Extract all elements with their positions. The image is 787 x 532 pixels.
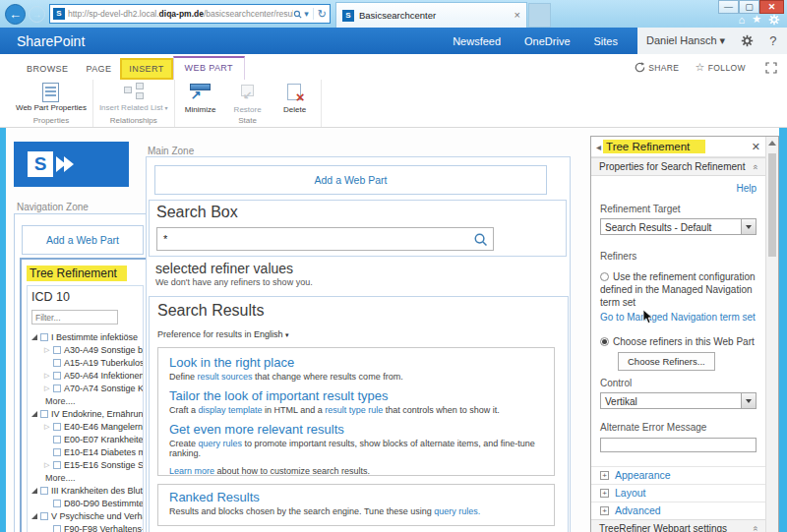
dropdown-arrow-icon[interactable] — [741, 219, 756, 234]
checkbox[interactable] — [53, 448, 61, 456]
window-maximize-button[interactable]: ▢ — [739, 0, 759, 14]
browser-tab[interactable]: S Basicsearchcenter × — [335, 2, 527, 28]
checkbox[interactable] — [40, 410, 48, 418]
section-properties-header[interactable]: Properties for Search Refinement « — [591, 157, 765, 176]
main-add-web-part-button[interactable]: Add a Web Part — [154, 165, 547, 195]
suite-link-sites[interactable]: Sites — [594, 35, 618, 47]
checkbox[interactable] — [53, 359, 61, 367]
tree-item-label[interactable]: E10-E14 Diabetes me — [64, 447, 143, 457]
collapse-icon[interactable] — [31, 411, 37, 417]
expand-plus-icon[interactable]: + — [600, 471, 609, 480]
window-close-button[interactable]: ✕ — [759, 0, 784, 14]
tree-more-link[interactable]: More.... — [31, 471, 143, 484]
display-template-link[interactable]: display template — [199, 405, 263, 415]
collapse-icon[interactable] — [31, 513, 37, 519]
result-type-rule-link[interactable]: result type rule — [325, 405, 383, 415]
checkbox[interactable] — [40, 512, 48, 520]
choose-refiners-button[interactable]: Choose Refiners... — [618, 352, 715, 371]
managed-nav-link[interactable]: Go to Managed Navigation term set — [600, 311, 757, 324]
settings-gear-icon[interactable] — [741, 34, 754, 47]
tree-item-label[interactable]: V Psychische und Verha — [51, 511, 143, 521]
search-dropdown-caret-icon[interactable]: ▾ — [304, 9, 309, 19]
expand-plus-icon[interactable]: + — [600, 506, 609, 515]
tab-web-part[interactable]: WEB PART — [173, 56, 245, 80]
insert-related-list-button[interactable]: Insert Related List ▾ — [99, 81, 168, 113]
tree-item-label[interactable]: A50-A64 Infektionen, — [64, 371, 143, 381]
section-advanced[interactable]: +Advanced — [591, 502, 765, 519]
checkbox[interactable] — [53, 346, 61, 354]
expand-icon[interactable]: ▷ — [44, 458, 52, 471]
tree-item-label[interactable]: A30-A49 Sonstige ba — [64, 345, 143, 355]
restore-webpart-button[interactable]: ↙ Restore — [228, 81, 268, 114]
tree-item-label[interactable]: E15-E16 Sonstige Stö — [64, 460, 143, 470]
checkbox[interactable] — [40, 487, 48, 495]
refresh-icon[interactable]: ↻ — [318, 8, 327, 21]
pane-scrollbar[interactable] — [765, 137, 778, 532]
checkbox[interactable] — [40, 333, 48, 341]
delete-webpart-button[interactable]: × Delete — [275, 81, 315, 114]
search-input[interactable] — [157, 232, 467, 246]
checkbox[interactable] — [53, 372, 61, 380]
tab-close-icon[interactable]: × — [515, 10, 520, 21]
promoted-link[interactable]: Get even more relevant results — [169, 422, 543, 437]
browser-forward-button[interactable]: → — [29, 6, 45, 23]
follow-button[interactable]: ☆ FOLLOW — [695, 61, 746, 74]
share-button[interactable]: SHARE — [635, 62, 679, 73]
tree-item-label[interactable]: III Krankheiten des Blut — [51, 486, 143, 496]
language-selector[interactable]: English ▾ — [254, 329, 289, 339]
scrollbar-thumb[interactable] — [768, 153, 776, 257]
tree-filter-input[interactable] — [31, 310, 118, 325]
section-appearance[interactable]: +Appearance — [591, 466, 765, 484]
help-icon[interactable]: ? — [769, 33, 776, 48]
query-rules-link[interactable]: query rules — [199, 439, 243, 448]
home-icon[interactable]: ⌂ — [738, 14, 745, 26]
checkbox[interactable] — [53, 384, 61, 392]
section-treerefiner-header[interactable]: TreeRefiner Webpart settings « — [591, 519, 765, 532]
tree-item-label[interactable]: E40-E46 Mangelernä — [64, 422, 143, 432]
tab-insert[interactable]: INSERT — [120, 58, 172, 80]
window-minimize-button[interactable]: — — [718, 0, 739, 14]
collapse-icon[interactable] — [31, 488, 37, 494]
scroll-up-arrow[interactable] — [766, 137, 778, 149]
tab-page[interactable]: PAGE — [77, 58, 120, 80]
expand-icon[interactable]: ▷ — [44, 382, 52, 394]
help-link[interactable]: Help — [600, 182, 757, 195]
dropdown-arrow-icon[interactable] — [741, 393, 756, 408]
minimize-webpart-button[interactable]: ↗ Minimize — [181, 81, 220, 114]
learn-more-link[interactable]: Learn more — [169, 466, 214, 476]
tree-more-link[interactable]: More.... — [31, 394, 143, 407]
managed-nav-option[interactable]: Use the refinement configuration defined… — [600, 270, 757, 309]
radio-unselected[interactable] — [600, 272, 609, 281]
close-icon[interactable]: ✕ — [752, 141, 760, 153]
collapse-chevron-icon[interactable]: « — [750, 164, 759, 169]
checkbox[interactable] — [53, 525, 61, 532]
query-rules-link[interactable]: query rules. — [434, 506, 480, 516]
tree-item-label[interactable]: F90-F98 Verhaltens- — [64, 524, 143, 532]
tree-item-label[interactable]: A15-A19 Tuberkulose — [64, 358, 143, 368]
search-icon[interactable] — [293, 10, 302, 19]
control-dropdown[interactable]: Vertikal — [600, 392, 757, 409]
alternate-error-input[interactable] — [600, 438, 757, 452]
tree-item-label[interactable]: IV Endokrine, Ernährun — [51, 409, 143, 419]
new-tab-button[interactable] — [528, 3, 551, 28]
suite-link-newsfeed[interactable]: Newsfeed — [453, 35, 501, 47]
ranked-results-link[interactable]: Ranked Results — [169, 490, 543, 504]
favorites-star-icon[interactable]: ★ — [752, 13, 761, 26]
checkbox[interactable] — [53, 436, 61, 443]
promoted-link[interactable]: Look in the right place — [169, 355, 543, 370]
tree-item-label[interactable]: I Bestimmte infektiöse — [51, 332, 138, 342]
focus-on-content-icon[interactable] — [765, 62, 777, 74]
promoted-link[interactable]: Tailor the look of important result type… — [169, 388, 543, 403]
expand-icon[interactable]: ▷ — [44, 420, 52, 433]
result-sources-link[interactable]: result sources — [198, 372, 253, 382]
suite-link-onedrive[interactable]: OneDrive — [524, 35, 570, 47]
search-button[interactable] — [467, 232, 493, 247]
tree-item-label[interactable]: D80-D90 Bestimmte — [64, 499, 143, 508]
expand-plus-icon[interactable]: + — [600, 489, 609, 498]
tab-browse[interactable]: BROWSE — [18, 58, 77, 80]
checkbox[interactable] — [53, 423, 61, 431]
nav-add-web-part-button[interactable]: Add a Web Part — [22, 225, 144, 255]
user-menu[interactable]: Daniel Hansch ▾ — [646, 34, 725, 47]
expand-icon[interactable]: ▷ — [44, 369, 52, 382]
section-layout[interactable]: +Layout — [591, 484, 765, 502]
